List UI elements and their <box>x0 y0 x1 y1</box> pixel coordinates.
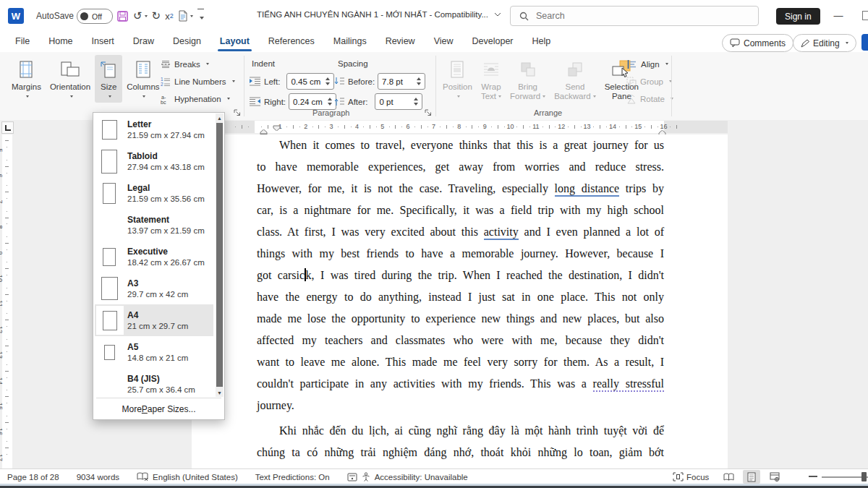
zoom-out-button[interactable] <box>809 476 817 477</box>
scrollbar-thumb[interactable] <box>216 123 223 387</box>
tab-view[interactable]: View <box>425 32 463 52</box>
size-option-a3[interactable]: A329.7 cm x 42 cm <box>95 273 213 304</box>
customize-quick-access-button[interactable] <box>195 7 206 25</box>
align-button[interactable]: Align <box>626 58 673 70</box>
spin-up-icon[interactable] <box>328 98 332 100</box>
restore-button[interactable] <box>862 11 868 20</box>
indent-left-spinbox[interactable] <box>286 73 334 90</box>
document-text[interactable]: When it comes to travel, everyone thinks… <box>257 134 664 485</box>
pencil-icon <box>801 39 809 48</box>
comments-button[interactable]: Comments <box>722 34 793 52</box>
text-predictions-indicator[interactable]: Text Predictions: On <box>255 473 330 481</box>
page-indicator[interactable]: Page 18 of 28 <box>7 473 59 481</box>
menu-scrollbar[interactable]: ▲ ▼ <box>216 114 224 397</box>
share-button[interactable] <box>861 34 868 51</box>
size-option-letter[interactable]: Letter21.59 cm x 27.94 cm <box>95 114 213 145</box>
spin-down-icon[interactable] <box>414 103 418 106</box>
scroll-up-icon[interactable]: ▲ <box>216 114 224 122</box>
word-count[interactable]: 9034 words <box>77 473 119 481</box>
page-setup-dialog-launcher[interactable] <box>233 107 242 116</box>
tab-help[interactable]: Help <box>523 32 561 52</box>
button-label-line: Bring <box>510 82 545 92</box>
svg-text:2: 2 <box>161 82 163 87</box>
size-option-statement[interactable]: Statement13.97 cm x 21.59 cm <box>95 209 213 241</box>
editor-icon[interactable] <box>347 473 357 481</box>
size-option-name: Tabloid <box>127 151 205 162</box>
minimize-button[interactable]: — <box>832 7 845 23</box>
print-layout-button[interactable] <box>743 470 760 484</box>
editing-button[interactable]: Editing <box>793 34 856 52</box>
tab-review[interactable]: Review <box>376 32 425 52</box>
tab-stop-selector[interactable] <box>1 121 14 134</box>
sign-in-label: Sign in <box>785 12 812 22</box>
tab-file[interactable]: File <box>6 32 39 52</box>
orientation-button[interactable]: Orientation <box>46 55 95 103</box>
spacing-before-input[interactable] <box>378 77 415 87</box>
undo-button[interactable]: ↺ <box>131 7 150 25</box>
proofing-errors-icon[interactable] <box>137 472 148 481</box>
size-option-executive[interactable]: Executive18.42 cm x 26.67 cm <box>95 241 213 273</box>
button-label: WrapText <box>481 82 501 101</box>
button-label: SendBackward <box>554 82 596 101</box>
zoom-slider-thumb[interactable] <box>861 472 867 481</box>
focus-button[interactable]: Focus <box>686 473 709 481</box>
ruler-number: 14 <box>0 377 4 385</box>
spacing-before-row: Before: <box>334 73 425 90</box>
size-option-tabloid[interactable]: Tabloid27.94 cm x 43.18 cm <box>95 145 213 177</box>
breaks-button[interactable]: Breaks <box>161 58 235 70</box>
accessibility-indicator[interactable]: Accessibility: Unavailable <box>375 473 468 481</box>
line-numbers-button[interactable]: 12Line Numbers <box>161 75 235 87</box>
spin-up-icon[interactable] <box>414 98 418 100</box>
spacing-before-spinbox[interactable] <box>378 73 425 90</box>
search-box[interactable] <box>510 6 759 26</box>
hyphenation-button[interactable]: a-bcHyphenation <box>161 93 235 105</box>
ruler-number: 5 <box>0 148 4 152</box>
document-action-button[interactable] <box>176 7 195 25</box>
tab-mailings[interactable]: Mailings <box>324 32 376 52</box>
save-button[interactable] <box>114 7 131 25</box>
tab-design[interactable]: Design <box>163 32 210 52</box>
indent-right-spinbox[interactable] <box>289 93 336 110</box>
ruler-number: 11 <box>532 123 539 130</box>
columns-button[interactable]: Columns <box>122 55 163 103</box>
spin-down-icon[interactable] <box>417 82 421 85</box>
tab-developer[interactable]: Developer <box>463 32 523 52</box>
subscript-button[interactable]: x2 <box>163 7 176 25</box>
tab-insert[interactable]: Insert <box>82 32 124 52</box>
spin-up-icon[interactable] <box>417 77 421 80</box>
web-layout-button[interactable] <box>766 470 783 484</box>
chevron-down-icon <box>846 42 848 44</box>
editing-label: Editing <box>813 38 840 48</box>
spacing-after-input[interactable] <box>375 97 412 107</box>
first-line-indent-marker[interactable] <box>273 121 281 134</box>
redo-button[interactable]: ↻ <box>150 7 163 25</box>
read-mode-button[interactable] <box>720 470 737 484</box>
spin-down-icon[interactable] <box>328 103 332 106</box>
tab-draw[interactable]: Draw <box>124 32 163 52</box>
spacing-after-spinbox[interactable] <box>375 93 422 110</box>
tab-home[interactable]: Home <box>39 32 82 52</box>
spin-up-icon[interactable] <box>326 77 330 80</box>
autosave-toggle[interactable]: Off <box>77 9 113 24</box>
document-page[interactable]: When it comes to travel, everyone thinks… <box>192 134 728 468</box>
title-chevron-icon[interactable] <box>494 12 501 17</box>
tab-references[interactable]: References <box>259 32 324 52</box>
language-indicator[interactable]: English (United States) <box>153 473 238 481</box>
more-paper-sizes-button[interactable]: More Paper Sizes... <box>93 401 224 418</box>
indent-right-input[interactable] <box>289 97 326 107</box>
paper-icon <box>95 277 124 300</box>
button-label-line <box>443 92 472 101</box>
size-option-a4[interactable]: A421 cm x 29.7 cm <box>95 304 213 336</box>
size-option-a5[interactable]: A514.8 cm x 21 cm <box>95 336 213 368</box>
paragraph-dialog-launcher[interactable] <box>424 107 433 116</box>
sign-in-button[interactable]: Sign in <box>776 8 820 25</box>
size-option-b4-jis-[interactable]: B4 (JIS)25.7 cm x 36.4 cm <box>95 368 213 400</box>
spin-down-icon[interactable] <box>326 82 330 85</box>
tab-layout[interactable]: Layout <box>210 32 259 52</box>
scroll-down-icon[interactable]: ▼ <box>216 388 224 397</box>
margins-button[interactable]: Margins <box>7 55 46 103</box>
indent-left-input[interactable] <box>287 77 324 87</box>
search-input[interactable] <box>535 10 733 22</box>
size-button[interactable]: Size <box>95 55 122 103</box>
size-option-legal[interactable]: Legal21.59 cm x 35.56 cm <box>95 177 213 209</box>
